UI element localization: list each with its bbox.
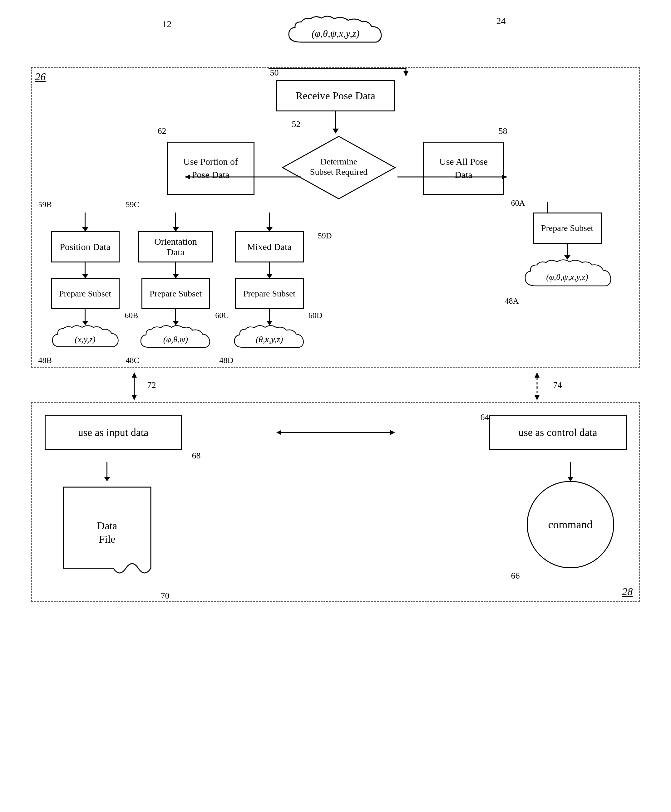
label-66: 66 (511, 571, 520, 581)
label-59d: 59D (318, 231, 332, 241)
svg-marker-17 (535, 395, 540, 400)
label-59c: 59C (126, 200, 139, 209)
data-file-shape: Data File 70 (57, 481, 157, 588)
prepare-subset-c-box: Prepare Subset (141, 278, 210, 309)
svg-text:Determine: Determine (320, 157, 357, 166)
svg-marker-14 (132, 395, 137, 400)
svg-marker-18 (276, 430, 281, 435)
prepare-subset-a-box: Prepare Subset (533, 212, 602, 244)
label-62: 62 (158, 126, 167, 136)
label-28: 28 (622, 586, 633, 598)
phi-theta-psi-label: (φ,θ,ψ) (163, 335, 188, 345)
label-64: 64 (480, 412, 489, 422)
diagram-wrapper: 12 (φ,θ,ψ,x,y,z) 24 (19, 12, 652, 602)
label-68: 68 (192, 451, 201, 460)
svg-text:File: File (99, 533, 115, 545)
xyz-label: (x,y,z) (75, 335, 95, 345)
cloud-xyz: (x,y,z) 48B (51, 325, 119, 354)
cloud-pose-all: (φ,θ,ψ,x,y,z) 48A (521, 259, 614, 295)
label-58: 58 (499, 126, 508, 136)
command-circle: command 66 (527, 481, 614, 568)
prepare-subset-d-box: Prepare Subset (235, 278, 304, 309)
pose-input-label: (φ,θ,ψ,x,y,z) (312, 28, 360, 39)
use-as-control-box: use as control data (489, 415, 627, 450)
prepare-subset-b-box: Prepare Subset (51, 278, 119, 309)
command-label: command (527, 481, 614, 568)
label-12: 12 (162, 19, 172, 29)
label-48b: 48B (38, 356, 52, 365)
orientation-data-box: Orientation Data (138, 231, 213, 262)
pose-all-label: (φ,θ,ψ,x,y,z) (546, 272, 588, 282)
label-60b: 60B (124, 311, 138, 320)
label-48c: 48C (126, 356, 139, 365)
use-as-input-box: use as input data (45, 415, 182, 450)
box-28: 28 use as input data 68 64 (31, 402, 640, 602)
label-24: 24 (496, 15, 506, 26)
cloud-pose-input: (φ,θ,ψ,x,y,z) (283, 15, 389, 51)
label-52: 52 (292, 119, 301, 129)
cloud-theta-xyz: (θ,x,y,z) 48D (232, 325, 307, 354)
use-portion-box: Use Portion of Pose Data (167, 142, 254, 195)
mixed-data-box: Mixed Data (235, 231, 304, 262)
svg-marker-15 (535, 372, 540, 377)
svg-text:Subset Required: Subset Required (310, 167, 367, 177)
label-60d: 60D (308, 311, 322, 320)
label-50: 50 (270, 68, 279, 78)
label-26: 26 (35, 71, 46, 83)
theta-xyz-label: (θ,x,y,z) (256, 335, 283, 345)
position-data-box: Position Data (51, 231, 119, 262)
label-70: 70 (161, 591, 170, 601)
svg-marker-20 (390, 430, 395, 435)
receive-pose-box: Receive Pose Data (276, 80, 395, 111)
box-26: 26 50 Receive Pose Data (31, 67, 640, 368)
label-60a: 60A (511, 199, 525, 208)
cloud-phi-theta-psi: (φ,θ,ψ) 48C (138, 325, 213, 354)
label-48a: 48A (505, 296, 519, 306)
label-48d: 48D (220, 356, 233, 365)
label-59b: 59B (38, 200, 52, 209)
use-all-box: Use All Pose Data (423, 142, 504, 195)
svg-marker-12 (132, 372, 137, 377)
label-72: 72 (147, 380, 156, 390)
label-74: 74 (553, 380, 562, 390)
label-60c: 60C (215, 311, 228, 320)
svg-text:Data: Data (97, 520, 117, 532)
